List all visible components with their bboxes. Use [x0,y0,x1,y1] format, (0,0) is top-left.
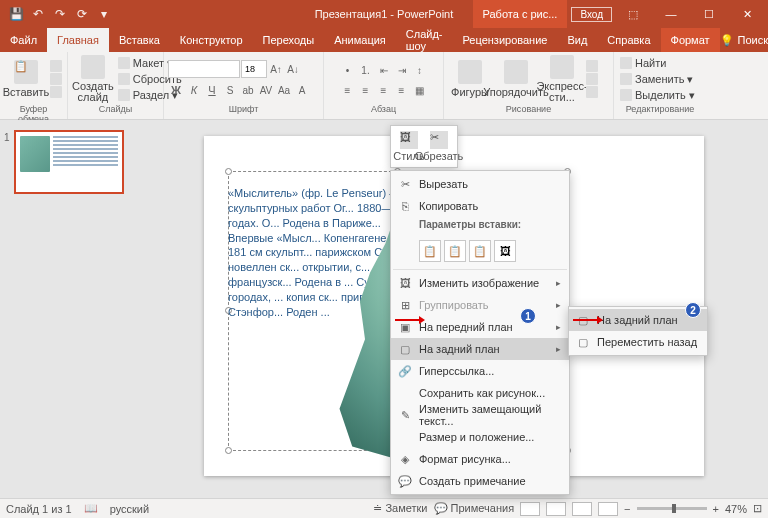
grow-font-icon[interactable]: A↑ [268,61,284,77]
ctx-alt-text[interactable]: ✎Изменить замещающий текст... [391,404,569,426]
bullets-icon[interactable]: • [340,62,356,78]
replace-button[interactable]: Заменить ▾ [618,72,697,87]
justify-icon[interactable]: ≡ [394,82,410,98]
paste-opt-1[interactable]: 📋 [419,240,441,262]
italic-icon[interactable]: К [186,82,202,98]
tab-transitions[interactable]: Переходы [253,28,325,52]
ctx-send-back[interactable]: ▢На задний план▸ [391,338,569,360]
annotation-badge-2: 2 [685,302,701,318]
format-painter-icon[interactable] [50,86,62,98]
quick-styles-button[interactable]: Экспресс- сти... [540,54,584,104]
quick-access-toolbar: 💾 ↶ ↷ ⟳ ▾ [0,4,114,24]
ctx-size-position[interactable]: Размер и положение... [391,426,569,448]
ctx-cut[interactable]: ✂Вырезать [391,173,569,195]
status-language[interactable]: русский [110,503,149,515]
ctx-copy[interactable]: ⎘Копировать [391,195,569,217]
ctx-save-picture[interactable]: Сохранить как рисунок... [391,382,569,404]
shrink-font-icon[interactable]: A↓ [285,61,301,77]
paste-opt-4[interactable]: 🖼 [494,240,516,262]
close-button[interactable]: ✕ [730,0,764,28]
columns-icon[interactable]: ▦ [412,82,428,98]
normal-view-icon[interactable] [520,502,540,516]
align-center-icon[interactable]: ≡ [358,82,374,98]
reading-view-icon[interactable] [572,502,592,516]
crop-button[interactable]: ✂Обрезать [424,129,454,164]
line-spacing-icon[interactable]: ↕ [412,62,428,78]
arrange-button[interactable]: Упорядочить [494,54,538,104]
select-button[interactable]: Выделить ▾ [618,88,697,103]
shape-outline-icon[interactable] [586,73,598,85]
numbering-icon[interactable]: 1. [358,62,374,78]
bold-icon[interactable]: Ж [168,82,184,98]
sorter-view-icon[interactable] [546,502,566,516]
zoom-out-button[interactable]: − [624,503,630,515]
tab-help[interactable]: Справка [597,28,660,52]
cut-icon[interactable] [50,60,62,72]
zoom-in-button[interactable]: + [713,503,719,515]
notes-button[interactable]: ≐ Заметки [373,502,427,515]
tab-file[interactable]: Файл [0,28,47,52]
redo-icon[interactable]: ↷ [50,4,70,24]
find-button[interactable]: Найти [618,56,697,71]
status-slide-number: Слайд 1 из 1 [6,503,72,515]
maximize-button[interactable]: ☐ [692,0,726,28]
minimize-button[interactable]: — [654,0,688,28]
case-icon[interactable]: Aa [276,82,292,98]
align-left-icon[interactable]: ≡ [340,82,356,98]
paste-opt-3[interactable]: 📋 [469,240,491,262]
ctx-change-picture[interactable]: 🖼Изменить изображение▸ [391,272,569,294]
tab-insert[interactable]: Вставка [109,28,170,52]
paste-opt-2[interactable]: 📋 [444,240,466,262]
slideshow-view-icon[interactable] [598,502,618,516]
slide-panel[interactable] [0,120,140,498]
new-slide-button[interactable]: Создать слайд [72,54,114,104]
copy-icon[interactable] [50,73,62,85]
submenu-send-backward[interactable]: ▢Переместить назад [569,331,707,353]
shadow-icon[interactable]: S [222,82,238,98]
comment-icon: 💬 [397,473,413,489]
slide-thumbnail-1[interactable] [14,130,124,194]
status-spell-icon[interactable]: 📖 [84,502,98,515]
ctx-hyperlink[interactable]: 🔗Гиперссылка... [391,360,569,382]
tab-view[interactable]: Вид [557,28,597,52]
tab-animations[interactable]: Анимация [324,28,396,52]
font-size-input[interactable]: 18 [241,60,267,78]
tab-review[interactable]: Рецензирование [453,28,558,52]
align-right-icon[interactable]: ≡ [376,82,392,98]
paste-button[interactable]: 📋Вставить [4,54,48,104]
ctx-format-picture[interactable]: ◈Формат рисунка... [391,448,569,470]
ctx-new-comment[interactable]: 💬Создать примечание [391,470,569,492]
tab-slideshow[interactable]: Слайд-шоу [396,28,453,52]
send-backward-icon: ▢ [575,334,591,350]
indent-right-icon[interactable]: ⇥ [394,62,410,78]
ribbon-options-icon[interactable]: ⬚ [616,0,650,28]
svg-marker-3 [597,316,603,324]
group-label-drawing: Рисование [448,104,609,117]
picture-icon: 🖼 [397,275,413,291]
tab-design[interactable]: Конструктор [170,28,253,52]
save-icon[interactable]: 💾 [6,4,26,24]
format-icon: ◈ [397,451,413,467]
zoom-slider[interactable] [637,507,707,510]
font-color-icon[interactable]: A [294,82,310,98]
underline-icon[interactable]: Ч [204,82,220,98]
repeat-icon[interactable]: ⟳ [72,4,92,24]
ctx-paste-options: 📋 📋 📋 🖼 [391,237,569,267]
shape-fill-icon[interactable] [586,60,598,72]
indent-left-icon[interactable]: ⇤ [376,62,392,78]
context-menu: ✂Вырезать ⎘Копировать Параметры вставки:… [390,170,570,495]
sign-in-button[interactable]: Вход [571,7,612,22]
strike-icon[interactable]: ab [240,82,256,98]
qat-more-icon[interactable]: ▾ [94,4,114,24]
tab-home[interactable]: Главная [47,28,109,52]
fit-window-icon[interactable]: ⊡ [753,502,762,515]
tell-me-search[interactable]: 💡 Поиск [720,34,768,47]
font-name-input[interactable] [168,60,240,78]
spacing-icon[interactable]: AV [258,82,274,98]
tab-format[interactable]: Формат [661,28,720,52]
zoom-level[interactable]: 47% [725,503,747,515]
undo-icon[interactable]: ↶ [28,4,48,24]
shape-effects-icon[interactable] [586,86,598,98]
find-icon [620,57,632,69]
comments-button[interactable]: 💬 Примечания [434,502,515,515]
